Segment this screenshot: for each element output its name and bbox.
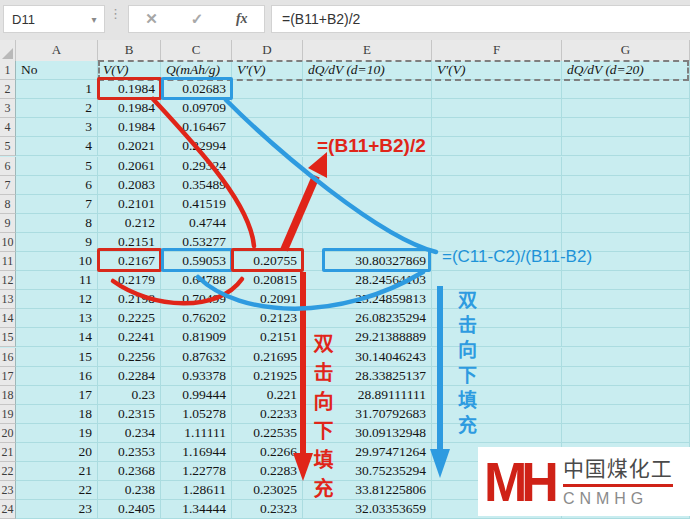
cell-D2[interactable] (232, 80, 303, 99)
cell-A15[interactable]: 14 (16, 328, 98, 347)
row-header-2[interactable]: 2 (0, 80, 16, 99)
cell-C18[interactable]: 0.99444 (161, 386, 232, 405)
cell-G9[interactable] (562, 214, 690, 233)
formula-bar-input[interactable]: =(B11+B2)/2 (271, 5, 690, 33)
cell-A12[interactable]: 11 (16, 271, 98, 290)
cell-B20[interactable]: 0.234 (98, 424, 161, 443)
cell-D4[interactable] (232, 118, 303, 137)
name-box-dropdown-icon[interactable]: ▾ (84, 14, 104, 25)
cell-C7[interactable]: 0.35489 (161, 176, 232, 195)
cell-A2[interactable]: 1 (16, 80, 98, 99)
cell-B24[interactable]: 0.2405 (98, 500, 161, 519)
cell-C17[interactable]: 0.93378 (161, 367, 232, 386)
cell-C10[interactable]: 0.53277 (161, 233, 232, 252)
row-header-19[interactable]: 19 (0, 405, 16, 424)
cell-C12[interactable]: 0.64788 (161, 271, 232, 290)
cancel-icon[interactable]: ✕ (145, 10, 158, 28)
cell-B10[interactable]: 0.2151 (98, 233, 161, 252)
row-header-7[interactable]: 7 (0, 176, 16, 195)
cell-B19[interactable]: 0.2315 (98, 405, 161, 424)
cell-F1[interactable]: V′(V) (432, 61, 562, 80)
cell-D19[interactable]: 0.2233 (232, 405, 303, 424)
cell-B6[interactable]: 0.2061 (98, 157, 161, 176)
cell-E10[interactable] (303, 233, 432, 252)
cell-A6[interactable]: 5 (16, 157, 98, 176)
cell-A8[interactable]: 7 (16, 195, 98, 214)
cell-D22[interactable]: 0.2283 (232, 462, 303, 481)
cell-B9[interactable]: 0.212 (98, 214, 161, 233)
cell-E6[interactable] (303, 157, 432, 176)
row-header-20[interactable]: 20 (0, 424, 16, 443)
cell-D1[interactable]: V′(V) (232, 61, 303, 80)
column-header-F[interactable]: F (432, 40, 562, 61)
cell-F2[interactable] (432, 80, 562, 99)
cell-C19[interactable]: 1.05278 (161, 405, 232, 424)
cell-D8[interactable] (232, 195, 303, 214)
cell-F12[interactable] (432, 271, 562, 290)
cell-D21[interactable]: 0.2266 (232, 443, 303, 462)
cell-C4[interactable]: 0.16467 (161, 118, 232, 137)
cell-D10[interactable] (232, 233, 303, 252)
row-header-16[interactable]: 16 (0, 348, 16, 367)
cell-F5[interactable] (432, 137, 562, 156)
cell-B12[interactable]: 0.2179 (98, 271, 161, 290)
cell-C15[interactable]: 0.81909 (161, 328, 232, 347)
row-header-12[interactable]: 12 (0, 271, 16, 290)
cell-A24[interactable]: 23 (16, 500, 98, 519)
cell-G17[interactable] (562, 367, 690, 386)
cell-A10[interactable]: 9 (16, 233, 98, 252)
cell-E7[interactable] (303, 176, 432, 195)
cell-D5[interactable] (232, 137, 303, 156)
cell-D24[interactable]: 0.2323 (232, 500, 303, 519)
row-header-18[interactable]: 18 (0, 386, 16, 405)
cell-C11[interactable]: 0.59053 (161, 252, 232, 271)
row-header-11[interactable]: 11 (0, 252, 16, 271)
cell-A13[interactable]: 12 (16, 290, 98, 309)
cell-C1[interactable]: Q(mAh/g) (161, 61, 232, 80)
column-header-D[interactable]: D (232, 40, 303, 61)
cell-A5[interactable]: 4 (16, 137, 98, 156)
cell-D20[interactable]: 0.22535 (232, 424, 303, 443)
row-header-6[interactable]: 6 (0, 157, 16, 176)
cell-G13[interactable] (562, 290, 690, 309)
cell-A17[interactable]: 16 (16, 367, 98, 386)
cell-A4[interactable]: 3 (16, 118, 98, 137)
cell-B4[interactable]: 0.1984 (98, 118, 161, 137)
row-header-23[interactable]: 23 (0, 481, 16, 500)
cell-D14[interactable]: 0.2123 (232, 309, 303, 328)
cell-A14[interactable]: 13 (16, 309, 98, 328)
row-header-10[interactable]: 10 (0, 233, 16, 252)
cell-B7[interactable]: 0.2083 (98, 176, 161, 195)
cell-B1[interactable]: V(V) (98, 61, 161, 80)
cell-E2[interactable] (303, 80, 432, 99)
cell-C16[interactable]: 0.87632 (161, 348, 232, 367)
cell-B11[interactable]: 0.2167 (98, 252, 161, 271)
cell-E8[interactable] (303, 195, 432, 214)
cell-A20[interactable]: 19 (16, 424, 98, 443)
cell-B21[interactable]: 0.2353 (98, 443, 161, 462)
insert-function-icon[interactable]: fx (236, 11, 248, 27)
cell-D18[interactable]: 0.221 (232, 386, 303, 405)
cell-B22[interactable]: 0.2368 (98, 462, 161, 481)
cell-F6[interactable] (432, 157, 562, 176)
cell-E3[interactable] (303, 99, 432, 118)
row-header-5[interactable]: 5 (0, 137, 16, 156)
row-header-4[interactable]: 4 (0, 118, 16, 137)
cell-B17[interactable]: 0.2284 (98, 367, 161, 386)
cell-C3[interactable]: 0.09709 (161, 99, 232, 118)
cell-C14[interactable]: 0.76202 (161, 309, 232, 328)
row-header-15[interactable]: 15 (0, 328, 16, 347)
cell-C5[interactable]: 0.22994 (161, 137, 232, 156)
cell-D6[interactable] (232, 157, 303, 176)
row-header-8[interactable]: 8 (0, 195, 16, 214)
cell-G8[interactable] (562, 195, 690, 214)
cell-B8[interactable]: 0.2101 (98, 195, 161, 214)
cell-B15[interactable]: 0.2241 (98, 328, 161, 347)
cell-B13[interactable]: 0.2198 (98, 290, 161, 309)
row-header-3[interactable]: 3 (0, 99, 16, 118)
column-header-C[interactable]: C (161, 40, 232, 61)
cell-A7[interactable]: 6 (16, 176, 98, 195)
cell-B2[interactable]: 0.1984 (98, 80, 161, 99)
cell-A16[interactable]: 15 (16, 348, 98, 367)
cell-G15[interactable] (562, 328, 690, 347)
